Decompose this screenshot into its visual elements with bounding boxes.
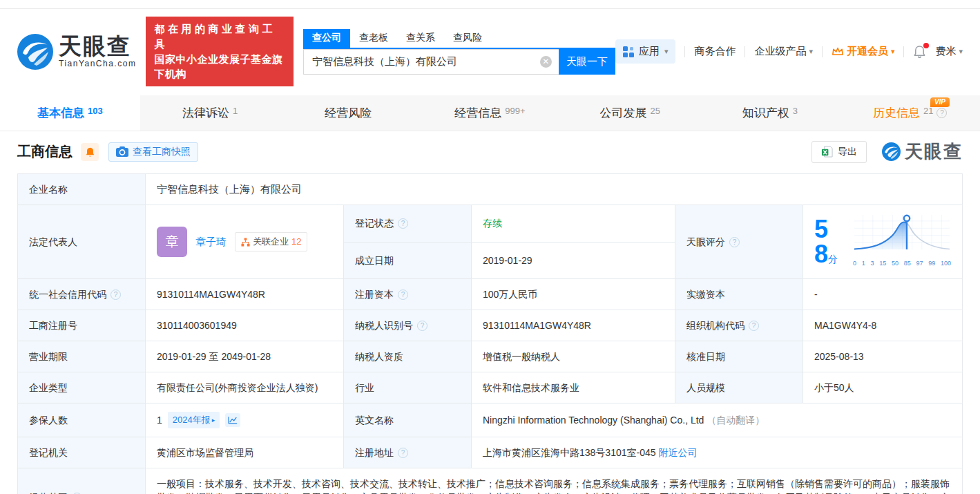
field-label-taxpayer-quality: 纳税人资质: [344, 341, 472, 372]
tab-operating-risk[interactable]: 经营风险: [280, 95, 420, 131]
help-icon[interactable]: [936, 108, 947, 118]
snapshot-label: 查看工商快照: [133, 146, 191, 158]
table-row: 企业类型 有限责任公司(外商投资企业法人独资) 行业 软件和信息技术服务业 人员…: [18, 372, 963, 403]
search-tab-risk[interactable]: 查风险: [444, 29, 491, 48]
tab-legal-proceedings[interactable]: 法律诉讼1: [140, 95, 280, 131]
section-tools: 导出 天眼查: [811, 140, 963, 164]
help-icon[interactable]: [111, 289, 121, 300]
field-label-english-name: 英文名称: [344, 403, 472, 437]
page-top-strip: [0, 0, 980, 9]
section-header: 工商信息 查看工商快照 导出: [0, 131, 980, 171]
help-icon[interactable]: [398, 218, 408, 229]
chevron-down-icon: ▾: [664, 47, 669, 56]
field-label-reg-address: 注册地址: [344, 437, 472, 468]
field-value-company-name: 宁智信息科技（上海）有限公司: [146, 174, 963, 205]
nav-cooperation[interactable]: 商务合作: [694, 45, 736, 58]
field-value-approval-date: 2025-08-13: [803, 341, 963, 372]
field-value-english-name: Ningzhi Information Technology (Shanghai…: [472, 403, 963, 437]
table-row: 营业期限 2019-01-29 至 2049-01-28 纳税人资质 增值税一般…: [18, 341, 963, 372]
trend-chart-icon: [228, 416, 238, 424]
notification-dot: [923, 43, 929, 48]
field-label-org-code: 组织机构代码: [675, 310, 803, 341]
search-tab-company[interactable]: 查公司: [303, 29, 350, 48]
apps-label: 应用: [639, 45, 660, 58]
search-tab-boss[interactable]: 查老板: [350, 29, 397, 48]
clear-search-icon[interactable]: ✕: [540, 56, 552, 68]
search-tab-relation[interactable]: 查关系: [397, 29, 444, 48]
nav-vip-membership[interactable]: 开通会员▾: [832, 45, 895, 58]
field-value-industry: 软件和信息技术服务业: [472, 372, 675, 403]
field-value-business-scope: 一般项目：技术服务、技术开发、技术咨询、技术交流、技术转让、技术推广；信息技术咨…: [146, 468, 963, 494]
field-value-staff-size: 小于50人: [803, 372, 963, 403]
field-label-approval-date: 核准日期: [675, 341, 803, 372]
search-button[interactable]: 天眼一下: [559, 49, 615, 75]
field-label-reg-number: 工商注册号: [18, 310, 146, 341]
field-label-legal-rep: 法定代表人: [18, 205, 146, 279]
annual-report-tag[interactable]: 2024年报▸: [168, 412, 220, 428]
tab-intellectual-property[interactable]: 知识产权3: [700, 95, 840, 131]
tab-company-development[interactable]: 公司发展25: [560, 95, 700, 131]
export-button[interactable]: 导出: [811, 141, 867, 163]
help-icon[interactable]: [398, 448, 408, 458]
slogan-line1: 都在用的商业查询工具: [154, 21, 285, 52]
table-row: 企业名称 宁智信息科技（上海）有限公司: [18, 174, 963, 205]
field-value-reg-number: 310114003601949: [146, 310, 344, 341]
chevron-down-icon: ▾: [891, 47, 895, 56]
related-companies-badge[interactable]: 关联企业12: [235, 232, 307, 251]
field-value-reg-authority: 黄浦区市场监督管理局: [146, 437, 344, 468]
score-value: 58: [814, 215, 828, 268]
crown-icon: [832, 46, 844, 57]
field-label-taxpayer-id: 纳税人识别号: [344, 310, 472, 341]
logo-cn-text: 天眼查: [59, 35, 136, 57]
score-distribution-chart[interactable]: 0131550859799100: [853, 213, 951, 270]
table-row: 登记机关 黄浦区市场监督管理局 注册地址 上海市黄浦区淮海中路138号3101室…: [18, 437, 963, 468]
field-value-taxpayer-quality: 增值税一般纳税人: [472, 341, 675, 372]
field-label-business-scope: 经营范围: [18, 468, 146, 494]
field-value-paid-capital: -: [803, 279, 963, 310]
field-label-staff-size: 人员规模: [675, 372, 803, 403]
business-info-table: 企业名称 宁智信息科技（上海）有限公司 法定代表人 章 章子琦 关联企业12 登: [17, 173, 963, 494]
header-nav: 应用 ▾ 商务合作 企业级产品▾ 开通会员▾ 费米▾: [615, 39, 963, 64]
username: 费米: [935, 45, 956, 58]
table-row: 法定代表人 章 章子琦 关联企业12 登记状态 存续 天眼评分: [18, 205, 963, 243]
help-icon[interactable]: [729, 237, 740, 247]
nearby-companies-link[interactable]: 附近公司: [658, 447, 697, 458]
field-value-company-type: 有限责任公司(外商投资企业法人独资): [146, 372, 344, 403]
field-value-business-term: 2019-01-29 至 2049-01-28: [146, 341, 344, 372]
auto-translate-note: （自动翻译）: [707, 415, 765, 426]
search-input[interactable]: [303, 49, 559, 75]
site-header: 天眼查 TianYanCha.com 都在用的商业查询工具 国家中小企业发展子基…: [0, 9, 980, 95]
apps-grid-icon: [623, 46, 634, 57]
tab-history-info[interactable]: VIP 历史信息21: [840, 95, 980, 131]
field-value-score: 58分: [803, 205, 963, 279]
field-value-legal-rep: 章 章子琦 关联企业12: [146, 205, 344, 279]
apps-menu-button[interactable]: 应用 ▾: [615, 39, 676, 64]
field-value-insured: 1 2024年报▸: [146, 403, 344, 437]
divider: [744, 46, 745, 57]
field-value-org-code: MA1GW4Y4-8: [803, 310, 963, 341]
subscribe-button[interactable]: [81, 143, 99, 161]
field-label-establish-date: 成立日期: [344, 242, 472, 279]
related-companies-icon: [241, 238, 250, 247]
nav-enterprise[interactable]: 企业级产品▾: [754, 45, 813, 58]
tianyancha-logo[interactable]: 天眼查 TianYanCha.com: [17, 34, 136, 70]
field-value-reg-capital: 100万人民币: [472, 279, 675, 310]
notifications-button[interactable]: [913, 45, 926, 59]
help-icon[interactable]: [417, 321, 427, 331]
search-tabs: 查公司 查老板 查关系 查风险: [303, 29, 615, 49]
tab-basic-info[interactable]: 基本信息103: [0, 95, 140, 131]
field-value-credit-code: 91310114MA1GW4Y48R: [146, 279, 344, 310]
trend-chart-button[interactable]: [225, 413, 240, 427]
help-icon[interactable]: [749, 321, 759, 331]
tab-business-info[interactable]: 经营信息999+: [420, 95, 560, 131]
field-value-reg-address: 上海市黄浦区淮海中路138号3101室-045 附近公司: [472, 437, 963, 468]
watermark-text: 天眼查: [905, 140, 963, 164]
help-icon[interactable]: [398, 289, 408, 300]
legal-rep-avatar[interactable]: 章: [157, 227, 187, 257]
snapshot-button[interactable]: 查看工商快照: [108, 142, 198, 162]
legal-rep-name-link[interactable]: 章子琦: [195, 235, 227, 249]
field-value-taxpayer-id: 91310114MA1GW4Y48R: [472, 310, 675, 341]
chevron-right-icon: ▸: [212, 413, 215, 427]
user-menu[interactable]: 费米▾: [935, 45, 963, 58]
table-row: 参保人数 1 2024年报▸ 英文名称 Ningzhi Information …: [18, 403, 963, 437]
